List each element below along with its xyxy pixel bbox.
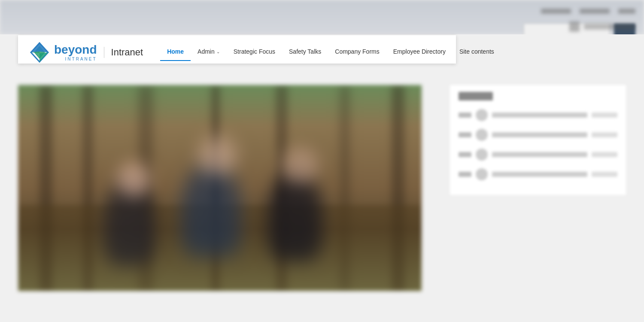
hero-image: [18, 85, 422, 291]
sidebar-item: [459, 168, 617, 180]
nav-item-safety-talks[interactable]: Safety Talks: [282, 44, 328, 61]
logo-intranet-sub: INTRANET: [54, 57, 97, 61]
logo-area[interactable]: beyond INTRANET Intranet: [28, 41, 143, 64]
sidebar-item: [459, 109, 617, 121]
sidebar-item: [459, 149, 617, 161]
top-right-nav: [541, 9, 635, 14]
beyond-logo-icon: [28, 41, 51, 64]
top-settings-area: [569, 21, 635, 32]
right-sidebar: [450, 85, 626, 195]
nav-card: beyond INTRANET Intranet Home Admin ⌄ St…: [18, 35, 456, 64]
logo-beyond-text: beyond: [54, 44, 97, 56]
sidebar-item: [459, 129, 617, 141]
nav-item-employee-directory[interactable]: Employee Directory: [386, 44, 453, 61]
svg-marker-3: [31, 43, 48, 52]
nav-item-strategic-focus[interactable]: Strategic Focus: [227, 44, 282, 61]
sidebar-title: [459, 92, 493, 100]
nav-item-home[interactable]: Home: [160, 44, 191, 61]
admin-chevron-icon: ⌄: [216, 49, 220, 54]
nav-item-admin[interactable]: Admin ⌄: [191, 44, 227, 61]
site-title: Intranet: [104, 47, 143, 58]
nav-item-site-contents[interactable]: Site contents: [453, 44, 501, 61]
nav-item-company-forms[interactable]: Company Forms: [328, 44, 386, 61]
logo-text-group: beyond INTRANET: [54, 44, 97, 61]
main-nav: Home Admin ⌄ Strategic Focus Safety Talk…: [160, 44, 501, 61]
